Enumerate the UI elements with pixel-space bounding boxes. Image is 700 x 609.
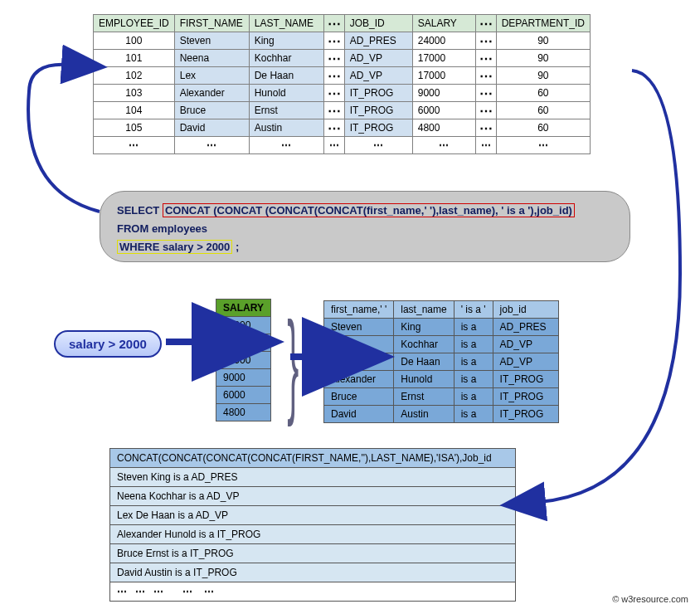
table-row: Alexander Hunold is a IT_PROG — [110, 525, 516, 544]
cell-salary: 9000 — [216, 369, 271, 387]
cell-sep-icon: ⋯ — [323, 85, 344, 102]
salary-filter-pill: salary > 2000 — [54, 330, 162, 358]
table-row: 101NeenaKochhar⋯AD_VP17000⋯90 — [94, 50, 591, 67]
cell-job-id: AD_VP — [493, 353, 558, 371]
cell-sep-icon: ⋯ — [475, 102, 496, 119]
cell-isa: is a — [454, 353, 493, 371]
cell-employee-id: 104 — [94, 102, 175, 119]
cell-last-name: Kochhar — [249, 50, 323, 67]
table-ellipsis-row: ⋯⋯⋯⋯⋯⋯⋯⋯ — [94, 137, 591, 154]
col-header-job-id: JOB_ID — [344, 15, 412, 32]
col-sep-icon: ⋯ — [475, 15, 496, 32]
cell-employee-id: 103 — [94, 85, 175, 102]
cell-sep-icon: ⋯ — [475, 67, 496, 85]
result-table: CONCAT(CONCAT(CONCAT(CONCAT(FIRST_NAME,'… — [109, 448, 516, 602]
col-header-employee-id: EMPLOYEE_ID — [94, 15, 175, 32]
cell-isa: is a — [454, 319, 493, 336]
table-row: 103AlexanderHunold⋯IT_PROG9000⋯60 — [94, 85, 591, 102]
cell-last-name: Kochhar — [394, 336, 454, 353]
result-header: CONCAT(CONCAT(CONCAT(CONCAT(FIRST_NAME,'… — [110, 449, 516, 468]
cell-first-name: Alexander — [324, 371, 394, 388]
cell-result: David Austin is a IT_PROG — [110, 563, 516, 582]
cell-last-name: De Haan — [394, 353, 454, 371]
cell-isa: is a — [454, 371, 493, 388]
cell-sep-icon: ⋯ — [323, 50, 344, 67]
table-row: 24000 — [216, 317, 271, 334]
table-row: 104BruceErnst⋯IT_PROG6000⋯60 — [94, 102, 591, 119]
table-row: Neena Kochhar is a AD_VP — [110, 487, 516, 506]
cell-job-id: AD_PRES — [493, 319, 558, 336]
table-row: Lex De Haan is a AD_VP — [110, 506, 516, 525]
cell-salary: 17000 — [412, 50, 475, 67]
table-row: 9000 — [216, 369, 271, 387]
sql-where-clause: WHERE salary > 2000 — [117, 240, 232, 254]
cell-last-name: King — [249, 32, 323, 50]
cell-first-name: Bruce — [324, 388, 394, 406]
cell-employee-id: 101 — [94, 50, 175, 67]
cell-result: Lex De Haan is a AD_VP — [110, 506, 516, 525]
cell-employee-id: 102 — [94, 67, 175, 85]
pieces-header-firstname: first_name,' ' — [324, 301, 394, 319]
cell-sep-icon: ⋯ — [475, 32, 496, 50]
table-row: Steven King is a AD_PRES — [110, 468, 516, 487]
cell-sep-icon: ⋯ — [475, 119, 496, 137]
table-ellipsis-row: ⋯ ⋯ ⋯ ⋯ ⋯ — [110, 582, 516, 602]
cell-department-id: 60 — [496, 119, 590, 137]
cell-department-id: 60 — [496, 85, 590, 102]
cell-last-name: De Haan — [249, 67, 323, 85]
cell-salary: 6000 — [216, 387, 271, 404]
cell-first-name: Steven — [324, 319, 394, 336]
salary-filtered-table: SALARY 240001700017000900060004800 — [216, 299, 271, 421]
pieces-header-lastname: last_name — [394, 301, 454, 319]
cell-salary: 24000 — [216, 317, 271, 334]
cell-last-name: King — [394, 319, 454, 336]
table-row: Bruce Ernst is a IT_PROG — [110, 544, 516, 563]
pieces-header-jobid: job_id — [493, 301, 558, 319]
table-row: NeenaKochharis aAD_VP — [324, 336, 559, 353]
cell-salary: 4800 — [412, 119, 475, 137]
cell-department-id: 90 — [496, 67, 590, 85]
brace-icon: } — [287, 309, 299, 417]
sql-semicolon: ; — [232, 241, 239, 253]
table-row: 6000 — [216, 387, 271, 404]
cell-result: Neena Kochhar is a AD_VP — [110, 487, 516, 506]
cell-job-id: AD_VP — [493, 336, 558, 353]
cell-job-id: IT_PROG — [344, 102, 412, 119]
cell-job-id: IT_PROG — [493, 371, 558, 388]
pieces-header-isa: ' is a ' — [454, 301, 493, 319]
cell-department-id: 60 — [496, 102, 590, 119]
cell-first-name: Steven — [174, 32, 249, 50]
arrow-sql-to-source — [28, 65, 100, 212]
col-header-first-name: FIRST_NAME — [174, 15, 249, 32]
sql-query-box: SELECT CONCAT (CONCAT (CONCAT(CONCAT(fir… — [100, 191, 630, 262]
cell-ellipsis: ⋯ ⋯ ⋯ ⋯ ⋯ — [110, 582, 516, 602]
cell-salary: 17000 — [412, 67, 475, 85]
cell-salary: 24000 — [412, 32, 475, 50]
cell-isa: is a — [454, 388, 493, 406]
cell-job-id: IT_PROG — [493, 406, 558, 423]
cell-sep-icon: ⋯ — [323, 67, 344, 85]
cell-job-id: IT_PROG — [493, 388, 558, 406]
table-row: 105DavidAustin⋯IT_PROG4800⋯60 — [94, 119, 591, 137]
cell-first-name: Lex — [174, 67, 249, 85]
cell-result: Steven King is a AD_PRES — [110, 468, 516, 487]
cell-first-name: Bruce — [174, 102, 249, 119]
table-row: BruceErnstis aIT_PROG — [324, 388, 559, 406]
table-row: AlexanderHunoldis aIT_PROG — [324, 371, 559, 388]
table-row: 17000 — [216, 334, 271, 352]
cell-salary: 9000 — [412, 85, 475, 102]
cell-salary: 4800 — [216, 404, 271, 421]
sql-from-clause: FROM employees — [117, 220, 613, 238]
cell-isa: is a — [454, 336, 493, 353]
cell-last-name: Austin — [394, 406, 454, 423]
cell-last-name: Ernst — [249, 102, 323, 119]
cell-first-name: Alexander — [174, 85, 249, 102]
cell-salary: 6000 — [412, 102, 475, 119]
col-header-department-id: DEPARTMENT_ID — [496, 15, 590, 32]
cell-first-name: David — [324, 406, 394, 423]
cell-job-id: IT_PROG — [344, 85, 412, 102]
sql-select-kw: SELECT — [117, 204, 159, 217]
cell-job-id: IT_PROG — [344, 119, 412, 137]
table-row: LexDe Haanis aAD_VP — [324, 353, 559, 371]
concat-pieces-table: first_name,' ' last_name ' is a ' job_id… — [323, 300, 559, 423]
